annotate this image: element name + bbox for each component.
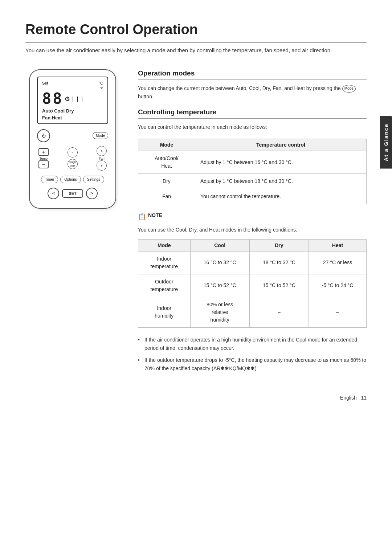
temp-range-dry: Adjust by 1 °C between 18 °C and 30 °C. <box>195 174 366 189</box>
outdoor-temp-cool: 15 °C to 52 °C <box>190 274 249 297</box>
indoor-temp-label: Indoortemperature <box>138 251 191 274</box>
screen-mode-line2: Fan Heat <box>42 115 103 121</box>
footer-text: English 11 <box>340 395 367 401</box>
temp-range-auto: Adjust by 1 °C between 16 °C and 30 °C. <box>195 151 366 174</box>
screen-set-label: Set <box>42 81 48 85</box>
mode-button[interactable]: Mode <box>93 132 108 139</box>
footer-page-number: 11 <box>361 395 367 401</box>
set-button[interactable]: SET <box>62 189 83 198</box>
note-block: 📋 NOTE <box>138 212 367 221</box>
indoor-humidity-cool: 80% or lessrelativehumidity <box>190 297 249 327</box>
conditions-header-mode: Mode <box>138 239 191 251</box>
temp-label: Temp <box>40 157 48 160</box>
timer-button[interactable]: Timer <box>41 176 58 183</box>
conditions-header-heat: Heat <box>309 239 367 251</box>
indoor-temp-heat: 27 °C or less <box>309 251 367 274</box>
side-tab: At a Glance <box>380 116 392 169</box>
temp-plus-button[interactable]: + <box>38 148 49 156</box>
conditions-table: Mode Cool Dry Heat Indoortemperature 16 … <box>138 239 367 328</box>
power-button[interactable]: ⏻ <box>37 129 50 142</box>
indoor-temp-cool: 16 °C to 32 °C <box>190 251 249 274</box>
single-user-button[interactable]: Singleuser <box>68 159 78 169</box>
controlling-temp-title: Controlling temperature <box>138 108 367 119</box>
screen-digits: 88 ⚙ ||| <box>42 91 103 106</box>
power-mode-row: ⏻ Mode <box>37 129 108 142</box>
intro-text: You can use the air conditioner easily b… <box>25 46 367 55</box>
mode-button-inline-label: Mode <box>342 85 356 93</box>
fan-controls: ∧ Fan ∨ <box>97 146 107 171</box>
temp-control-table: Mode Temperature control Auto/Cool/Heat … <box>138 139 367 204</box>
controlling-temp-text: You can control the temperature in each … <box>138 123 367 131</box>
screen-bars-icon: ||| <box>72 96 85 101</box>
bullet-list: If the air conditioner operates in a hig… <box>138 336 367 373</box>
options-button[interactable]: Options <box>60 176 81 183</box>
options-row: Timer Options Settings <box>37 176 108 183</box>
note-label: NOTE <box>148 212 162 218</box>
conditions-header-dry: Dry <box>249 239 309 251</box>
operation-modes-text: You can change the current mode between … <box>138 84 367 101</box>
nav-left-button[interactable]: < <box>48 188 59 199</box>
fan-label: Fan <box>99 157 105 160</box>
nav-right-button[interactable]: > <box>86 188 98 199</box>
main-layout: Set °C hr 88 ⚙ ||| Auto Cool Dry Fan Hea… <box>25 69 367 376</box>
remote-wrap: Set °C hr 88 ⚙ ||| Auto Cool Dry Fan Hea… <box>25 69 120 209</box>
indoor-humidity-dry: – <box>249 297 309 327</box>
middle-controls: + Temp − ≡ Singleuser ∧ Fan ∨ <box>37 146 108 171</box>
indoor-humidity-heat: – <box>309 297 367 327</box>
center-group: ≡ Singleuser <box>68 147 78 169</box>
conditions-header-cool: Cool <box>190 239 249 251</box>
mode-dry: Dry <box>138 174 195 189</box>
remote-control: Set °C hr 88 ⚙ ||| Auto Cool Dry Fan Hea… <box>29 69 116 209</box>
temp-controls: + Temp − <box>38 148 49 168</box>
operation-modes-title: Operation modes <box>138 69 367 80</box>
indoor-humidity-label: Indoorhumidity <box>138 297 191 327</box>
table-row: Indoortemperature 16 °C to 32 °C 18 °C t… <box>138 251 367 274</box>
right-content: Operation modes You can change the curre… <box>138 69 367 376</box>
screen-fan-icon: ⚙ <box>65 95 71 103</box>
footer-language: English <box>340 395 357 401</box>
indoor-temp-dry: 18 °C to 32 °C <box>249 251 309 274</box>
screen-mode-display: Auto Cool Dry Fan Heat <box>42 108 103 121</box>
table-row: Outdoortemperature 15 °C to 52 °C 15 °C … <box>138 274 367 297</box>
nav-row: < SET > <box>37 188 108 199</box>
list-item: If the outdoor temperature drops to -5°C… <box>138 356 367 373</box>
fan-direction-icon[interactable]: ≡ <box>68 147 78 158</box>
settings-button[interactable]: Settings <box>83 176 104 183</box>
fan-up-button[interactable]: ∧ <box>97 146 107 156</box>
note-icon: 📋 <box>138 213 146 221</box>
mode-fan: Fan <box>138 189 195 204</box>
screen-units: °C hr <box>99 81 103 90</box>
screen-mode-line1: Auto Cool Dry <box>42 108 103 114</box>
mode-auto-cool-heat: Auto/Cool/Heat <box>138 151 195 174</box>
temp-range-fan: You cannot control the temperature. <box>195 189 366 204</box>
outdoor-temp-heat: -5 °C to 24 °C <box>309 274 367 297</box>
table-row: Auto/Cool/Heat Adjust by 1 °C between 16… <box>138 151 367 174</box>
unit-time: hr <box>99 86 103 90</box>
note-section: 📋 NOTE You can use the Cool, Dry, and He… <box>138 212 367 327</box>
footer: English 11 <box>25 391 367 401</box>
table-row: Indoorhumidity 80% or lessrelativehumidi… <box>138 297 367 327</box>
operation-modes-section: Operation modes You can change the curre… <box>138 69 367 101</box>
temp-table-header-mode: Mode <box>138 139 195 151</box>
outdoor-temp-label: Outdoortemperature <box>138 274 191 297</box>
controlling-temp-section: Controlling temperature You can control … <box>138 108 367 204</box>
fan-down-button[interactable]: ∨ <box>97 160 107 171</box>
list-item: If the air conditioner operates in a hig… <box>138 336 367 352</box>
page-title: Remote Control Operation <box>25 22 367 42</box>
temp-minus-button[interactable]: − <box>38 160 49 168</box>
outdoor-temp-dry: 15 °C to 52 °C <box>249 274 309 297</box>
table-row: Fan You cannot control the temperature. <box>138 189 367 204</box>
unit-temp: °C <box>99 81 103 86</box>
table-row: Dry Adjust by 1 °C between 18 °C and 30 … <box>138 174 367 189</box>
note-text: You can use the Cool, Dry, and Heat mode… <box>138 226 367 234</box>
temp-table-header-control: Temperature control <box>195 139 366 151</box>
remote-screen: Set °C hr 88 ⚙ ||| Auto Cool Dry Fan Hea… <box>37 77 108 124</box>
